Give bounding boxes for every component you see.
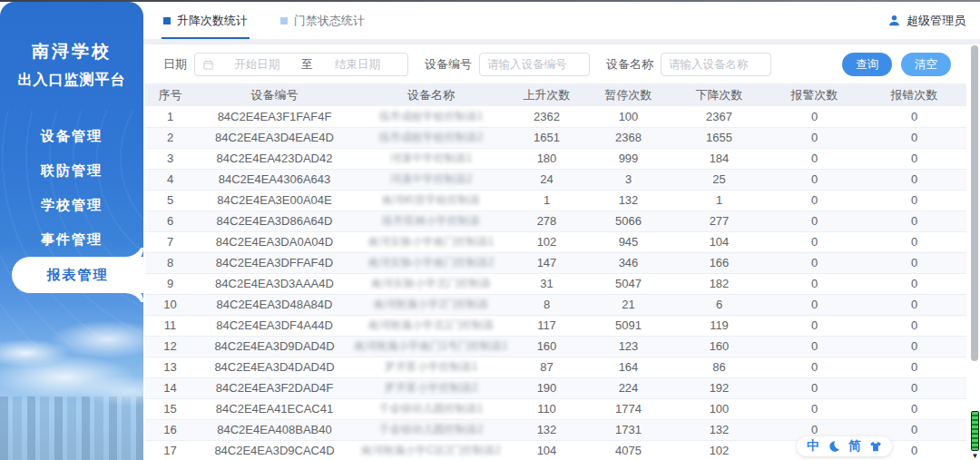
topbar-divider xyxy=(143,39,980,44)
tab-label: 升降次数统计 xyxy=(177,13,248,29)
cell-error-count: 0 xyxy=(862,210,966,231)
cell-pause-count: 123 xyxy=(585,336,671,357)
cell-device-name: 南浔实验小学南门控制器1 xyxy=(354,231,508,252)
cell-device-name: 南浔附属小学C区2门控制器2 xyxy=(354,440,508,460)
cell-error-count: 0 xyxy=(862,294,966,315)
cell-descend-count: 1 xyxy=(671,190,767,210)
cell-alarm-count: 0 xyxy=(767,294,862,315)
cell-device-name: 南浔实验小学南门控制器2 xyxy=(354,252,508,273)
ime-lang-button[interactable]: 中 xyxy=(807,438,819,455)
cell-pause-count: 100 xyxy=(585,106,671,127)
cell-descend-count: 25 xyxy=(671,169,767,190)
cell-index: 16 xyxy=(145,419,195,440)
cell-pause-count: 1774 xyxy=(585,398,671,419)
cell-rise-count: 1651 xyxy=(508,127,585,148)
app-title: 南浔学校 出入口监测平台 xyxy=(0,2,143,90)
device-name-input[interactable] xyxy=(661,53,771,76)
column-header-pause-count: 暂停次数 xyxy=(585,83,671,106)
clear-button[interactable]: 清空 xyxy=(901,53,951,76)
cell-descend-count: 6 xyxy=(671,294,767,315)
topbar: 升降次数统计门禁状态统计 超级管理员 xyxy=(143,2,980,39)
tab-lift-count[interactable]: 升降次数统计 xyxy=(163,2,248,39)
cell-pause-count: 224 xyxy=(585,377,671,398)
ime-mode-button[interactable]: 简 xyxy=(848,438,861,455)
scroll-marker-widget[interactable] xyxy=(971,411,979,451)
cell-device-name: 南浔附属小学南门1号门控制器1 xyxy=(354,336,508,357)
sidebar-item-event[interactable]: 事件管理 xyxy=(0,222,143,257)
cell-pause-count: 346 xyxy=(585,252,671,273)
table-row: 384C2E4EA423DAD42浔溪中学控制器118099918400 xyxy=(145,148,966,169)
cell-rise-count: 117 xyxy=(508,315,585,336)
cell-error-count: 0 xyxy=(862,231,966,252)
sidebar-item-defense[interactable]: 联防管理 xyxy=(0,153,143,188)
cell-device-id: 84C2E4EA4306A643 xyxy=(195,169,354,190)
cell-error-count: 0 xyxy=(862,127,966,148)
cell-pause-count: 4075 xyxy=(585,440,671,460)
cell-error-count: 0 xyxy=(862,357,966,377)
cell-index: 15 xyxy=(145,398,195,419)
query-button[interactable]: 查询 xyxy=(842,53,892,76)
app-window: 南浔学校 出入口监测平台 设备管理联防管理学校管理事件管理报表管理 升降次数统计… xyxy=(0,0,980,460)
table-row: 184C2E4EA3F1FAF4F练市成校学校控制器12362100236700 xyxy=(145,106,966,127)
cell-device-id: 84C2E4EA3D4DAD4D xyxy=(195,357,354,377)
cell-descend-count: 1655 xyxy=(671,127,767,148)
cell-device-id: 84C2E4EA3D86A64D xyxy=(195,210,354,231)
cell-descend-count: 182 xyxy=(671,273,767,294)
user-menu[interactable]: 超级管理员 xyxy=(887,2,965,39)
cell-descend-count: 102 xyxy=(671,440,767,460)
table-row: 684C2E4EA3D86A64D练市双林小学控制器278506627700 xyxy=(145,210,966,231)
scroll-down-arrow[interactable]: ▼ xyxy=(971,452,979,460)
sidebar-item-school[interactable]: 学校管理 xyxy=(0,188,143,222)
end-date-placeholder: 结束日期 xyxy=(315,57,400,73)
cell-index: 4 xyxy=(145,169,195,190)
table-body: 184C2E4EA3F1FAF4F练市成校学校控制器12362100236700… xyxy=(145,106,966,460)
cell-index: 5 xyxy=(145,190,195,210)
cell-alarm-count: 0 xyxy=(767,252,862,273)
cell-alarm-count: 0 xyxy=(767,336,862,357)
cell-error-count: 0 xyxy=(862,148,966,169)
sidebar-item-device[interactable]: 设备管理 xyxy=(0,119,143,153)
cell-index: 2 xyxy=(145,127,195,148)
scrollbar-thumb[interactable] xyxy=(971,45,978,361)
cell-alarm-count: 0 xyxy=(767,377,862,398)
cell-rise-count: 1 xyxy=(508,190,585,210)
cell-error-count: 0 xyxy=(862,398,966,419)
column-header-error-count: 报错次数 xyxy=(862,83,966,106)
device-name-label: 设备名称 xyxy=(606,56,653,73)
cell-index: 11 xyxy=(145,315,195,336)
cell-device-id: 84C2E4EA3DFFAF4D xyxy=(195,252,354,273)
cell-device-id: 84C2E4EA3DF4A44D xyxy=(195,315,354,336)
cell-index: 3 xyxy=(145,148,195,169)
cell-rise-count: 8 xyxy=(508,294,585,315)
ime-toolbar: 中 简 xyxy=(797,436,892,456)
cell-alarm-count: 0 xyxy=(767,106,862,127)
date-range-input[interactable]: 开始日期 至 结束日期 xyxy=(194,53,408,76)
moon-icon[interactable] xyxy=(828,440,840,453)
cell-alarm-count: 0 xyxy=(767,398,862,419)
filter-bar: 日期 开始日期 至 结束日期 设备编号 设备名称 查询 清空 xyxy=(143,44,980,83)
statistics-table-wrap: 序号设备编号设备名称上升次数暂停次数下降次数报警次数报错次数 184C2E4EA… xyxy=(143,83,980,460)
start-date-placeholder: 开始日期 xyxy=(214,57,299,73)
shirt-icon[interactable] xyxy=(869,440,882,453)
cell-descend-count: 166 xyxy=(671,252,767,273)
cell-device-id: 84C2E4EA3DA0A04D xyxy=(195,231,354,252)
cell-alarm-count: 0 xyxy=(767,210,862,231)
table-row: 1484C2E4EA3F2DAD4F罗开富小学控制器219022419200 xyxy=(145,377,966,398)
cell-descend-count: 184 xyxy=(671,148,767,169)
cell-pause-count: 5047 xyxy=(585,273,671,294)
cell-device-name: 罗开富小学控制器2 xyxy=(354,377,508,398)
window-top-edge xyxy=(0,0,980,2)
cell-pause-count: 5066 xyxy=(585,210,671,231)
cell-device-id: 84C2E4EA423DAD42 xyxy=(195,148,354,169)
cell-error-count: 0 xyxy=(862,377,966,398)
sidebar-item-report[interactable]: 报表管理 xyxy=(12,257,143,293)
main-content: 日期 开始日期 至 结束日期 设备编号 设备名称 查询 清空 序号设备编号设备名… xyxy=(143,44,980,460)
device-id-input[interactable] xyxy=(479,53,590,76)
cell-device-name: 千金镇幼儿园控制器1 xyxy=(354,398,508,419)
cell-index: 8 xyxy=(145,252,195,273)
cell-index: 9 xyxy=(145,273,195,294)
device-id-label: 设备编号 xyxy=(425,56,472,73)
table-row: 284C2E4EA3D4EAE4D练市成校学校控制器21651236816550… xyxy=(145,127,966,148)
cell-rise-count: 24 xyxy=(508,169,585,190)
tab-door-status[interactable]: 门禁状态统计 xyxy=(280,2,365,39)
